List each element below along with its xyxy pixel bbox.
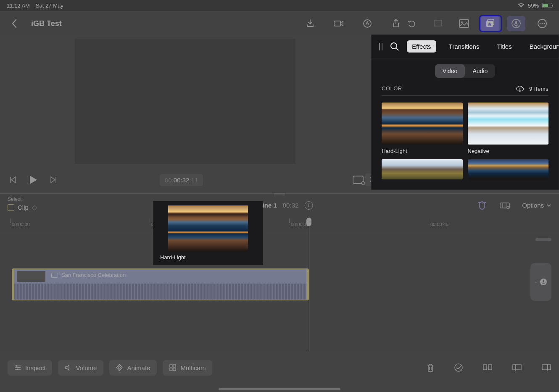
effect-item[interactable] [468,159,549,179]
audio-library-button[interactable] [507,16,525,31]
svg-rect-34 [542,365,551,370]
clip-title: San Francisco Celebration [61,272,126,278]
home-indicator[interactable] [219,388,340,390]
delete-button[interactable] [426,363,435,372]
dragged-effect-thumbnail [168,205,248,252]
options-button[interactable]: Options [522,202,551,209]
prev-frame-button[interactable] [9,176,17,184]
effect-thumbnail [382,159,463,179]
bottom-toolbar: Inspect Volume Animate Multicam [0,355,559,380]
audio-waveform [14,284,306,300]
snapping-button[interactable] [499,201,510,210]
next-frame-button[interactable] [50,176,57,184]
download-cloud-icon[interactable] [516,85,524,92]
video-icon [51,273,58,278]
keyframe-icon [116,364,123,371]
effects-panel: Effects Transitions Titles Backgroun Vid… [371,34,559,190]
clip-icon [8,204,14,211]
magnetic-button[interactable] [477,201,488,210]
grid-icon [169,364,176,371]
back-button[interactable] [8,17,21,30]
audio-meter-button[interactable]: - [530,263,551,301]
effect-item-hard-light[interactable]: Hard-Light [382,103,463,154]
segment-video[interactable]: Video [435,64,465,78]
display-mode-button[interactable] [352,175,366,185]
svg-point-11 [542,23,543,24]
timeline-tracks[interactable]: San Francisco Celebration - [0,234,559,351]
item-count: 9 Items [529,86,548,92]
effect-thumbnail [468,159,549,179]
svg-point-12 [544,23,545,24]
volume-button[interactable]: Volume [58,360,103,376]
drag-handle-icon[interactable] [273,192,286,196]
svg-point-10 [540,23,541,24]
viewer[interactable] [75,39,295,164]
playhead[interactable] [309,217,309,351]
svg-rect-8 [515,21,517,24]
search-button[interactable] [390,42,399,51]
svg-point-36 [391,43,397,49]
trim-start-button[interactable] [512,363,522,372]
battery-pct: 59% [528,3,539,9]
wifi-icon [518,3,525,8]
more-button[interactable] [533,16,551,31]
timeline-header: Select Clip ◇ Timeline 1 00:32 i Options [0,193,559,217]
voiceover-button[interactable] [361,17,374,30]
effects-library-button[interactable] [481,16,499,31]
status-date: Sat 27 May [36,3,63,9]
svg-rect-0 [334,21,340,26]
segment-audio[interactable]: Audio [465,64,495,78]
tab-backgrounds[interactable]: Backgroun [525,40,559,53]
svg-rect-32 [513,365,521,370]
svg-rect-31 [488,365,492,370]
effects-segment[interactable]: Video Audio [435,64,495,78]
effect-thumbnail [468,103,549,145]
timeline-ruler[interactable]: 00:00:00 00:00:15 00:00:30 00:00:45 [0,217,559,232]
section-title: COLOR [382,85,402,92]
svg-rect-30 [483,365,487,370]
import-button[interactable] [303,17,317,30]
animate-button[interactable]: Animate [109,360,157,376]
camera-button[interactable] [332,17,345,30]
svg-rect-28 [173,368,176,371]
tab-effects[interactable]: Effects [407,40,436,53]
effect-item[interactable] [382,159,463,179]
svg-rect-21 [543,280,544,282]
share-button[interactable] [389,17,403,30]
info-button[interactable]: i [304,201,313,210]
clip-mode-label[interactable]: Clip [18,204,29,211]
clip-chevron-icon[interactable]: ◇ [32,204,37,211]
svg-point-4 [461,21,463,23]
svg-point-23 [18,367,20,368]
play-button[interactable] [29,175,38,185]
dragged-effect-preview[interactable]: Hard-Light [153,201,263,265]
track-scrollbar[interactable] [535,238,551,241]
panel-drag-handle[interactable] [379,43,382,50]
timeline-clip[interactable]: San Francisco Celebration [12,268,309,300]
status-bar: 11:12 AM Sat 27 May 59% [0,0,559,11]
svg-line-37 [396,48,398,50]
svg-rect-16 [503,203,507,208]
inspect-button[interactable]: Inspect [8,360,52,376]
search-icon [390,42,399,51]
tools-button[interactable] [429,16,447,31]
multicam-button[interactable]: Multicam [163,360,212,376]
svg-rect-25 [170,365,172,367]
media-library-button[interactable] [455,16,473,31]
tab-titles[interactable]: Titles [492,40,517,53]
sliders-icon [14,365,21,371]
svg-rect-26 [173,365,176,367]
undo-button[interactable] [403,16,421,31]
enable-button[interactable] [454,363,463,372]
svg-rect-27 [170,368,172,371]
timecode[interactable]: 00:00:32:11 [160,174,203,186]
tab-transitions[interactable]: Transitions [444,40,485,53]
timeline-duration: 00:32 [283,202,299,209]
effect-thumbnail [382,103,463,145]
status-time: 11:12 AM [7,3,30,9]
chevron-down-icon [546,204,551,207]
effect-item-negative[interactable]: Negative [468,103,549,154]
select-label: Select [8,196,21,202]
split-button[interactable] [483,363,493,372]
trim-end-button[interactable] [541,363,551,372]
